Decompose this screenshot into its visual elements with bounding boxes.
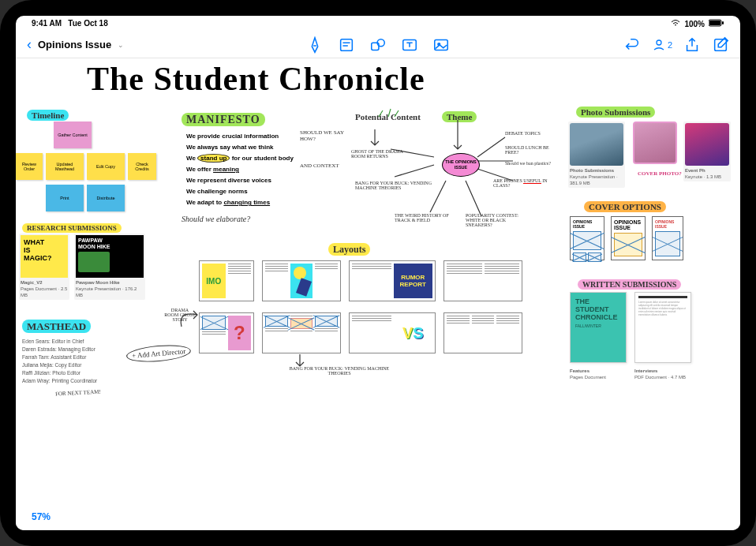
cover-opt-2[interactable]: OPINIONS ISSUE <box>611 216 646 260</box>
layout-text2[interactable] <box>443 312 522 353</box>
layout-vs[interactable]: VS <box>349 312 436 353</box>
photo-file-2[interactable]: Event PhKeynote · 1.3 MB <box>683 122 731 181</box>
layout-rumor[interactable]: RUMOR REPORT <box>349 260 436 301</box>
manifesto-item: We represent diverse voices <box>186 175 294 186</box>
masthead-item: Adam Wray: Printing Coordinator <box>22 377 97 385</box>
layout-grid[interactable] <box>262 312 341 353</box>
back-button[interactable]: ‹ <box>27 36 32 53</box>
node-phones: ARE PHONES USEFUL IN CLASS? <box>493 178 548 188</box>
node-track: THE WEIRD HISTORY OF TRACK & FIELD <box>395 213 450 223</box>
sticky-review[interactable]: Review Order <box>16 153 43 180</box>
svg-rect-3 <box>341 39 353 50</box>
masthead-item: Daren Estrada: Managing Editor <box>22 346 97 353</box>
sticky-distribute[interactable]: Distribute <box>87 185 125 211</box>
vending-arrow <box>292 354 308 370</box>
sticky-note-icon[interactable] <box>338 36 355 54</box>
board-canvas[interactable]: The Student Chronicle Timeline Gather Co… <box>16 58 740 530</box>
ipad-frame: 9:41 AM Tue Oct 18 100% ‹ Opinions Issue… <box>0 0 756 546</box>
photo-cover-candidate[interactable] <box>633 122 677 164</box>
battery-icon <box>709 19 724 28</box>
undo-icon[interactable] <box>623 36 641 54</box>
masthead-item: Farrah Tam: Assistant Editor <box>22 353 97 361</box>
chevron-down-icon[interactable]: ⌄ <box>118 41 124 49</box>
svg-rect-2 <box>722 21 724 24</box>
manifesto-list[interactable]: We provide crucial information We always… <box>186 131 294 208</box>
manifesto-label: MANIFESTO <box>182 113 265 126</box>
masthead-label: MASTHEAD <box>22 320 91 333</box>
text-box-icon[interactable] <box>401 36 418 54</box>
zoom-level[interactable]: 57% <box>27 510 55 524</box>
cover-label: COVER OPTIONS <box>584 201 666 212</box>
masthead-list[interactable]: Eden Sears: Editor in Chief Daren Estrad… <box>22 338 97 385</box>
file-pawpaw[interactable]: PAWPAWMOON HIKE Pawpaw Moon HikeKeynote … <box>74 234 145 300</box>
manifesto-item: We challenge norms <box>186 186 294 197</box>
written-label: WRITTEN SUBMISSIONS <box>578 279 681 290</box>
manifesto-item: We always say what we think <box>186 142 294 153</box>
research-label: RESEARCH SUBMISSIONS <box>22 223 122 233</box>
node-debate: DEBATE TOPICS <box>505 131 545 136</box>
battery-level: 100% <box>684 20 705 28</box>
sticky-credits[interactable]: Check Credits <box>128 153 156 180</box>
node-vending: BANG FOR YOUR BUCK: VENDING MACHINE THEO… <box>355 181 434 190</box>
toolbar: ‹ Opinions Issue ⌄ 2 <box>16 32 740 58</box>
sticky-print[interactable]: Print <box>46 185 84 211</box>
manifesto-item: We provide crucial information <box>186 131 294 142</box>
mindmap-arrows <box>347 106 552 248</box>
media-icon[interactable] <box>432 36 450 54</box>
share-icon[interactable] <box>683 36 701 54</box>
status-bar: 9:41 AM Tue Oct 18 100% <box>16 16 740 32</box>
svg-rect-10 <box>715 39 727 50</box>
screen: 9:41 AM Tue Oct 18 100% ‹ Opinions Issue… <box>16 16 740 530</box>
masthead-item: Raffi Jilizian: Photo Editor <box>22 369 97 377</box>
document-title[interactable]: Opinions Issue <box>38 39 111 50</box>
manifesto-item: We stand up for our student body <box>186 153 294 164</box>
photo-section: Photo Submissions <box>576 104 655 118</box>
cover-section: COVER OPTIONS <box>584 199 666 213</box>
svg-point-9 <box>657 40 661 45</box>
node-ghost: GHOST OF THE DRAMA ROOM RETURNS <box>351 149 414 159</box>
written-interviews[interactable]: Lorem ipsum dolor sit amet consectetur a… <box>634 292 691 363</box>
research-section: RESEARCH SUBMISSIONS <box>22 219 122 234</box>
layout-imo[interactable]: IMO <box>199 260 254 301</box>
board-title-wrap: The Student Chronicle <box>55 60 687 98</box>
layout-shapes[interactable] <box>262 260 341 301</box>
node-plastics: Should we ban plastics? <box>505 161 552 166</box>
timeline-section: Timeline <box>27 107 69 122</box>
theme-bubble[interactable]: THE OPINIONS ISSUE <box>442 153 480 177</box>
masthead-section: MASTHEAD <box>22 319 91 333</box>
written-section: WRITTEN SUBMISSIONS <box>578 276 681 290</box>
masthead-item: Juliana Mejia: Copy Editor <box>22 361 97 369</box>
layout-text1[interactable] <box>443 260 522 301</box>
status-date: Tue Oct 18 <box>68 19 107 28</box>
node-popularity: POPULARITY CONTEST: WHITE OR BLACK SNEAK… <box>466 213 521 227</box>
annot-sayhow: SHOULD WE SAY HOW? <box>300 129 347 142</box>
file-magic[interactable]: WHATISMAGIC? Magic_V2Pages Document · 2.… <box>19 234 69 300</box>
cover-opt-3[interactable]: OPINIONS ISSUE <box>652 216 683 260</box>
wifi-icon <box>671 19 680 28</box>
shape-tool-icon[interactable] <box>369 36 387 54</box>
photo-file-1[interactable]: Photo SubmissionsKeynote Presentation · … <box>568 122 625 188</box>
pen-tool-icon[interactable] <box>306 36 324 54</box>
svg-rect-7 <box>435 39 448 50</box>
compose-icon[interactable] <box>712 36 729 54</box>
written-features[interactable]: THE STUDENT CHRONICLE FALL/WINTER <box>570 292 627 363</box>
status-right: 100% <box>671 19 724 28</box>
timeline-label: Timeline <box>27 110 69 121</box>
svg-rect-1 <box>709 21 720 25</box>
board-title[interactable]: The Student Chronicle <box>55 60 687 98</box>
collaboration-button[interactable]: 2 <box>652 38 672 52</box>
sticky-edit[interactable]: Edit Copy <box>87 153 125 180</box>
node-lunch: SHOULD LUNCH BE FREE? <box>505 145 552 155</box>
annot-cover-photo: COVER PHOTO? <box>638 170 682 177</box>
layouts-label-wrap: Layouts <box>328 241 370 256</box>
cover-opt-1[interactable]: OPINIONS ISSUE <box>570 216 604 260</box>
layouts-label: Layouts <box>328 243 370 256</box>
photo-label: Photo Submissions <box>576 107 655 118</box>
manifesto-section: MANIFESTO <box>182 112 265 126</box>
annot-context: AND CONTEXT <box>300 163 339 169</box>
sticky-masthead[interactable]: Updated Masthead <box>46 153 84 180</box>
annot-add-art: + Add Art Director <box>125 342 192 364</box>
sticky-gather[interactable]: Gather Content <box>54 122 92 148</box>
layout-q1[interactable]: ? <box>199 312 254 353</box>
manifesto-item: We offer meaning <box>186 164 294 175</box>
